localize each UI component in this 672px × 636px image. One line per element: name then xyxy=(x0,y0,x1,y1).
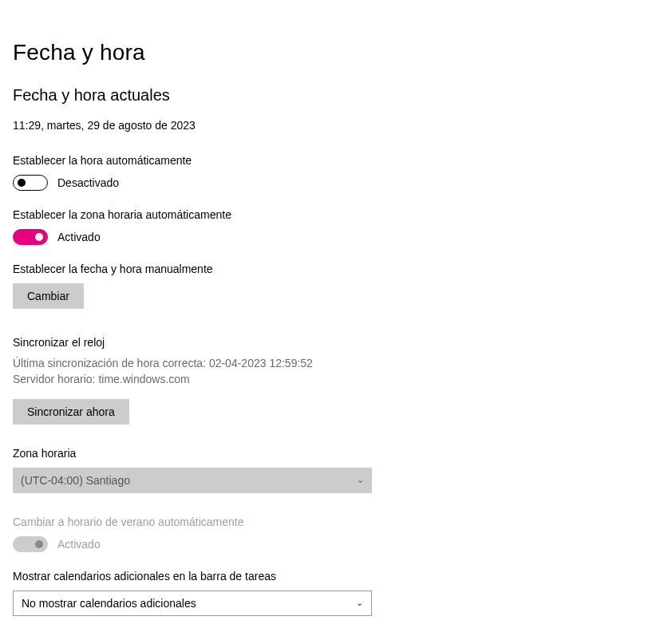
page-title: Fecha y hora xyxy=(13,40,659,65)
sync-server: Servidor horario: time.windows.com xyxy=(13,371,659,387)
sync-last-success: Última sincronización de hora correcta: … xyxy=(13,355,659,371)
sync-now-button[interactable]: Sincronizar ahora xyxy=(13,399,129,425)
dst-state: Activado xyxy=(57,538,101,551)
current-datetime-heading: Fecha y hora actuales xyxy=(13,86,659,105)
manual-datetime-label: Establecer la fecha y hora manualmente xyxy=(13,263,659,275)
manual-datetime-setting: Establecer la fecha y hora manualmente C… xyxy=(13,263,659,309)
dst-setting: Cambiar a horario de verano automáticame… xyxy=(13,516,659,552)
additional-calendars-section: Mostrar calendarios adicionales en la ba… xyxy=(13,570,659,616)
auto-time-toggle[interactable] xyxy=(13,175,48,191)
sync-clock-section: Sincronizar el reloj Última sincronizaci… xyxy=(13,336,659,425)
timezone-section: Zona horaria (UTC-04:00) Santiago ⌄ xyxy=(13,447,659,493)
auto-time-setting: Establecer la hora automáticamente Desac… xyxy=(13,154,659,191)
toggle-knob-icon xyxy=(18,179,26,187)
auto-time-label: Establecer la hora automáticamente xyxy=(13,154,659,167)
timezone-label: Zona horaria xyxy=(13,447,659,460)
auto-timezone-setting: Establecer la zona horaria automáticamen… xyxy=(13,208,659,245)
additional-calendars-label: Mostrar calendarios adicionales en la ba… xyxy=(13,570,659,583)
toggle-knob-icon xyxy=(35,233,43,241)
dst-toggle xyxy=(13,536,48,552)
auto-timezone-state: Activado xyxy=(57,231,101,243)
chevron-down-icon: ⌄ xyxy=(356,598,363,608)
sync-heading: Sincronizar el reloj xyxy=(13,336,659,349)
additional-calendars-value: No mostrar calendarios adicionales xyxy=(22,597,196,610)
current-datetime-value: 11:29, martes, 29 de agosto de 2023 xyxy=(13,119,659,132)
dst-label: Cambiar a horario de verano automáticame… xyxy=(13,516,659,528)
timezone-dropdown: (UTC-04:00) Santiago ⌄ xyxy=(13,468,372,493)
additional-calendars-dropdown[interactable]: No mostrar calendarios adicionales ⌄ xyxy=(13,591,372,616)
toggle-knob-icon xyxy=(35,540,43,548)
auto-timezone-toggle[interactable] xyxy=(13,229,48,245)
auto-timezone-label: Establecer la zona horaria automáticamen… xyxy=(13,208,659,221)
change-button[interactable]: Cambiar xyxy=(13,283,84,309)
timezone-value: (UTC-04:00) Santiago xyxy=(21,474,130,487)
auto-time-state: Desactivado xyxy=(57,176,119,189)
chevron-down-icon: ⌄ xyxy=(357,475,364,485)
